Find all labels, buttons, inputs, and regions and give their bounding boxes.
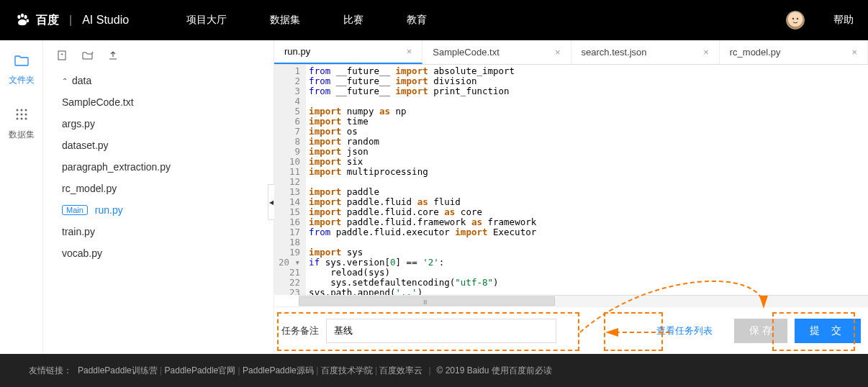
save-button[interactable]: 保 存 xyxy=(734,319,787,343)
footer-link[interactable]: 百度技术学院 xyxy=(321,365,373,375)
file-item[interactable]: rc_model.py xyxy=(58,178,273,199)
top-bar: 百度 | AI Studio 项目大厅 数据集 比赛 教育 帮助 xyxy=(0,0,868,40)
file-item[interactable]: vocab.py xyxy=(58,242,273,264)
file-name: paragraph_extraction.py xyxy=(62,161,171,173)
file-name: SampleCode.txt xyxy=(62,96,134,108)
file-name: args.py xyxy=(62,118,95,129)
top-nav: 项目大厅 数据集 比赛 教育 xyxy=(186,14,786,27)
rail-files[interactable]: 文件夹 xyxy=(9,55,35,86)
new-file-icon[interactable]: + xyxy=(58,50,68,63)
editor-tabs: run.py×SampleCode.txt×search.test.json×r… xyxy=(274,40,868,65)
svg-point-5 xyxy=(797,18,798,19)
rail-datasets-label: 数据集 xyxy=(9,129,35,141)
editor-tab[interactable]: rc_model.py× xyxy=(720,40,868,64)
chevron-down-icon: ⌃ xyxy=(62,77,68,85)
tab-label: SampleCode.txt xyxy=(433,47,499,58)
close-icon[interactable]: × xyxy=(703,47,709,58)
svg-text:+: + xyxy=(60,51,64,58)
tab-label: rc_model.py xyxy=(730,47,781,58)
svg-point-10 xyxy=(20,114,22,116)
file-item[interactable]: paragraph_extraction.py xyxy=(58,156,273,178)
highlight-box-2 xyxy=(604,312,663,351)
footer-link[interactable]: PaddlePaddle训练营 xyxy=(78,365,158,375)
folder-data[interactable]: ⌃ data xyxy=(58,70,273,91)
help-link[interactable]: 帮助 xyxy=(833,14,854,27)
file-name: vocab.py xyxy=(62,247,102,259)
grid-icon xyxy=(15,108,28,124)
editor-tab[interactable]: SampleCode.txt× xyxy=(422,40,571,64)
footer: 友情链接： PaddlePaddle训练营 | PaddlePaddle官网 |… xyxy=(0,354,868,387)
brand-divider: | xyxy=(69,14,72,27)
code-area[interactable]: 1 2 3 4 5 6 7 8 9 10 11 12 13 14 15 16 1… xyxy=(274,65,868,295)
svg-point-4 xyxy=(792,18,794,19)
view-task-list-link[interactable]: 查看任务列表 xyxy=(656,324,713,337)
close-icon[interactable]: × xyxy=(407,46,412,57)
file-item[interactable]: SampleCode.txt xyxy=(58,91,273,113)
upload-icon[interactable] xyxy=(108,50,118,63)
left-rail: 文件夹 数据集 xyxy=(0,40,43,354)
nav-projects[interactable]: 项目大厅 xyxy=(186,14,227,27)
svg-point-1 xyxy=(21,14,24,18)
svg-point-14 xyxy=(24,118,27,120)
editor: ◀ run.py×SampleCode.txt×search.test.json… xyxy=(273,40,868,354)
svg-point-3 xyxy=(27,19,30,23)
svg-point-12 xyxy=(16,118,18,120)
file-name: rc_model.py xyxy=(62,183,117,194)
svg-point-13 xyxy=(20,118,22,120)
svg-text:+: + xyxy=(91,50,94,56)
nav-competitions[interactable]: 比赛 xyxy=(343,14,363,27)
nav-datasets[interactable]: 数据集 xyxy=(270,14,300,27)
svg-point-2 xyxy=(24,15,27,19)
editor-tab[interactable]: search.test.json× xyxy=(571,40,720,64)
new-folder-icon[interactable]: + xyxy=(82,50,94,63)
footer-link[interactable]: PaddlePaddle源码 xyxy=(243,365,314,375)
rail-datasets[interactable]: 数据集 xyxy=(9,108,35,141)
logo[interactable]: 百度 | AI Studio xyxy=(14,12,129,28)
file-item[interactable]: args.py xyxy=(58,113,273,135)
file-tree: SampleCode.txtargs.pydataset.pyparagraph… xyxy=(58,91,273,264)
editor-tab[interactable]: run.py× xyxy=(274,40,422,64)
file-sidebar: + + ⌃ data SampleCode.txtargs.pydataset.… xyxy=(43,40,273,354)
footer-prefix: 友情链接： xyxy=(29,365,72,377)
bottom-bar: 任务备注 查看任务列表 保 存 提 交 xyxy=(274,306,868,354)
file-item[interactable]: train.py xyxy=(58,221,273,242)
line-gutter: 1 2 3 4 5 6 7 8 9 10 11 12 13 14 15 16 1… xyxy=(274,65,306,295)
file-name: train.py xyxy=(62,226,95,237)
svg-point-8 xyxy=(24,109,27,111)
main-area: 文件夹 数据集 + + ⌃ data SampleCode.txtargs.py… xyxy=(0,40,868,354)
folder-name: data xyxy=(72,75,91,86)
svg-point-7 xyxy=(20,109,22,111)
brand-studio: AI Studio xyxy=(82,14,129,27)
topbar-right: 帮助 xyxy=(786,11,854,29)
brand-baidu: 百度 xyxy=(36,13,59,28)
file-item[interactable]: dataset.py xyxy=(58,135,273,156)
sidebar-toolbar: + + xyxy=(58,46,273,70)
file-item[interactable]: Mainrun.py xyxy=(58,199,273,221)
file-name: dataset.py xyxy=(62,140,109,151)
svg-point-9 xyxy=(16,114,18,116)
main-badge: Main xyxy=(62,205,88,215)
nav-education[interactable]: 教育 xyxy=(407,14,427,27)
task-remark-label: 任务备注 xyxy=(281,324,319,337)
close-icon[interactable]: × xyxy=(555,47,561,58)
footer-link[interactable]: PaddlePaddle官网 xyxy=(165,365,236,375)
baidu-paw-icon xyxy=(14,12,30,28)
close-icon[interactable]: × xyxy=(851,47,857,58)
tab-label: run.py xyxy=(284,46,310,57)
collapse-sidebar-handle[interactable]: ◀ xyxy=(268,184,274,220)
svg-point-0 xyxy=(17,15,20,19)
footer-copyright: © 2019 Baidu 使用百度前必读 xyxy=(437,365,552,377)
avatar[interactable] xyxy=(786,11,805,29)
folder-icon xyxy=(14,55,29,70)
file-name: run.py xyxy=(95,204,123,216)
svg-point-6 xyxy=(16,109,18,111)
scrollbar-thumb[interactable]: Ⅲ xyxy=(299,296,555,306)
footer-link[interactable]: 百度效率云 xyxy=(379,365,422,375)
rail-files-label: 文件夹 xyxy=(9,74,35,86)
horizontal-scrollbar[interactable]: Ⅲ xyxy=(299,295,868,306)
svg-point-11 xyxy=(24,114,27,116)
submit-button[interactable]: 提 交 xyxy=(795,319,861,343)
code-content[interactable]: from __future__ import absolute_import f… xyxy=(306,65,868,295)
task-remark-input[interactable] xyxy=(326,319,556,343)
tab-label: search.test.json xyxy=(582,47,647,58)
